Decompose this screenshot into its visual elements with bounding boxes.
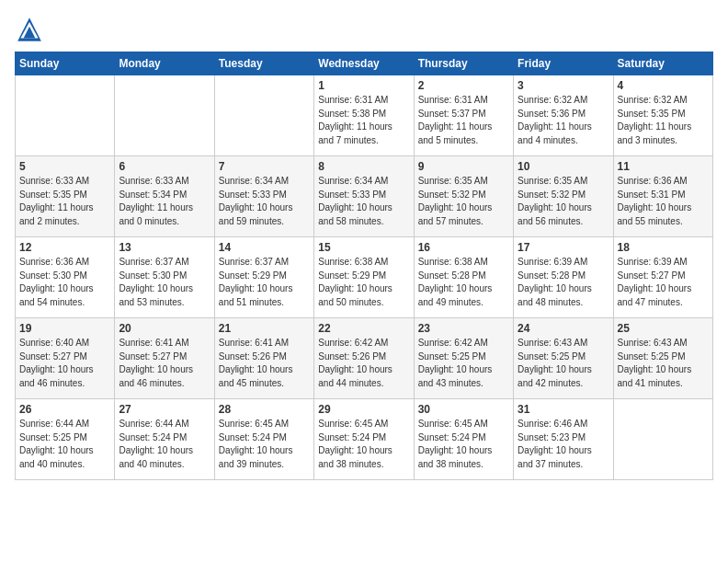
header-cell-thursday: Thursday: [414, 52, 513, 75]
day-number: 13: [119, 241, 210, 254]
day-number: 2: [418, 79, 509, 92]
day-number: 28: [219, 403, 310, 416]
day-info: Sunrise: 6:31 AM Sunset: 5:38 PM Dayligh…: [318, 94, 409, 147]
day-info: Sunrise: 6:34 AM Sunset: 5:33 PM Dayligh…: [219, 175, 310, 228]
day-number: 29: [318, 403, 409, 416]
day-cell: 16Sunrise: 6:38 AM Sunset: 5:28 PM Dayli…: [414, 237, 513, 318]
day-cell: 8Sunrise: 6:34 AM Sunset: 5:33 PM Daylig…: [314, 156, 414, 237]
week-row-1: 5Sunrise: 6:33 AM Sunset: 5:35 PM Daylig…: [16, 156, 713, 237]
day-cell: 27Sunrise: 6:44 AM Sunset: 5:24 PM Dayli…: [115, 399, 214, 480]
header-cell-saturday: Saturday: [613, 52, 712, 75]
day-info: Sunrise: 6:42 AM Sunset: 5:25 PM Dayligh…: [418, 337, 509, 390]
day-number: 21: [219, 322, 310, 335]
week-row-3: 19Sunrise: 6:40 AM Sunset: 5:27 PM Dayli…: [16, 318, 713, 399]
day-number: 5: [19, 160, 110, 173]
day-number: 7: [219, 160, 310, 173]
day-info: Sunrise: 6:44 AM Sunset: 5:24 PM Dayligh…: [119, 418, 210, 471]
day-info: Sunrise: 6:36 AM Sunset: 5:30 PM Dayligh…: [19, 256, 110, 309]
day-info: Sunrise: 6:43 AM Sunset: 5:25 PM Dayligh…: [618, 337, 709, 390]
day-cell: [16, 75, 115, 156]
day-info: Sunrise: 6:40 AM Sunset: 5:27 PM Dayligh…: [19, 337, 110, 390]
day-cell: 18Sunrise: 6:39 AM Sunset: 5:27 PM Dayli…: [613, 237, 712, 318]
day-info: Sunrise: 6:39 AM Sunset: 5:27 PM Dayligh…: [618, 256, 709, 309]
day-cell: 21Sunrise: 6:41 AM Sunset: 5:26 PM Dayli…: [214, 318, 313, 399]
day-info: Sunrise: 6:38 AM Sunset: 5:29 PM Dayligh…: [318, 256, 409, 309]
day-cell: 25Sunrise: 6:43 AM Sunset: 5:25 PM Dayli…: [613, 318, 712, 399]
day-cell: 24Sunrise: 6:43 AM Sunset: 5:25 PM Dayli…: [514, 318, 613, 399]
day-info: Sunrise: 6:42 AM Sunset: 5:26 PM Dayligh…: [318, 337, 409, 390]
day-number: 19: [19, 322, 110, 335]
day-number: 9: [418, 160, 509, 173]
day-cell: 17Sunrise: 6:39 AM Sunset: 5:28 PM Dayli…: [514, 237, 613, 318]
header-row: SundayMondayTuesdayWednesdayThursdayFrid…: [16, 52, 713, 75]
day-cell: 7Sunrise: 6:34 AM Sunset: 5:33 PM Daylig…: [214, 156, 313, 237]
day-cell: 3Sunrise: 6:32 AM Sunset: 5:36 PM Daylig…: [514, 75, 613, 156]
page-header: [15, 15, 713, 44]
day-number: 20: [119, 322, 210, 335]
day-number: 24: [518, 322, 609, 335]
day-number: 30: [418, 403, 509, 416]
day-cell: 26Sunrise: 6:44 AM Sunset: 5:25 PM Dayli…: [16, 399, 115, 480]
day-cell: 29Sunrise: 6:45 AM Sunset: 5:24 PM Dayli…: [314, 399, 414, 480]
day-info: Sunrise: 6:35 AM Sunset: 5:32 PM Dayligh…: [518, 175, 609, 228]
calendar-table: SundayMondayTuesdayWednesdayThursdayFrid…: [15, 52, 713, 480]
day-number: 1: [318, 79, 409, 92]
calendar-body: 1Sunrise: 6:31 AM Sunset: 5:38 PM Daylig…: [16, 75, 713, 480]
day-number: 26: [19, 403, 110, 416]
day-cell: 15Sunrise: 6:38 AM Sunset: 5:29 PM Dayli…: [314, 237, 414, 318]
day-number: 31: [518, 403, 609, 416]
day-info: Sunrise: 6:45 AM Sunset: 5:24 PM Dayligh…: [219, 418, 310, 471]
week-row-0: 1Sunrise: 6:31 AM Sunset: 5:38 PM Daylig…: [16, 75, 713, 156]
day-number: 27: [119, 403, 210, 416]
header-cell-wednesday: Wednesday: [314, 52, 414, 75]
day-info: Sunrise: 6:31 AM Sunset: 5:37 PM Dayligh…: [418, 94, 509, 147]
day-cell: 31Sunrise: 6:46 AM Sunset: 5:23 PM Dayli…: [514, 399, 613, 480]
day-cell: [214, 75, 313, 156]
day-cell: [115, 75, 214, 156]
day-cell: 23Sunrise: 6:42 AM Sunset: 5:25 PM Dayli…: [414, 318, 513, 399]
day-cell: 4Sunrise: 6:32 AM Sunset: 5:35 PM Daylig…: [613, 75, 712, 156]
day-info: Sunrise: 6:33 AM Sunset: 5:34 PM Dayligh…: [119, 175, 210, 228]
day-info: Sunrise: 6:43 AM Sunset: 5:25 PM Dayligh…: [518, 337, 609, 390]
day-number: 16: [418, 241, 509, 254]
day-number: 3: [518, 79, 609, 92]
day-info: Sunrise: 6:44 AM Sunset: 5:25 PM Dayligh…: [19, 418, 110, 471]
day-cell: 11Sunrise: 6:36 AM Sunset: 5:31 PM Dayli…: [613, 156, 712, 237]
day-cell: 22Sunrise: 6:42 AM Sunset: 5:26 PM Dayli…: [314, 318, 414, 399]
day-info: Sunrise: 6:38 AM Sunset: 5:28 PM Dayligh…: [418, 256, 509, 309]
calendar-header: SundayMondayTuesdayWednesdayThursdayFrid…: [16, 52, 713, 75]
day-number: 10: [518, 160, 609, 173]
day-number: 4: [618, 79, 709, 92]
day-cell: 13Sunrise: 6:37 AM Sunset: 5:30 PM Dayli…: [115, 237, 214, 318]
day-number: 18: [618, 241, 709, 254]
header-cell-tuesday: Tuesday: [214, 52, 313, 75]
day-number: 6: [119, 160, 210, 173]
day-info: Sunrise: 6:36 AM Sunset: 5:31 PM Dayligh…: [618, 175, 709, 228]
day-info: Sunrise: 6:33 AM Sunset: 5:35 PM Dayligh…: [19, 175, 110, 228]
day-cell: 2Sunrise: 6:31 AM Sunset: 5:37 PM Daylig…: [414, 75, 513, 156]
header-cell-friday: Friday: [514, 52, 613, 75]
day-number: 11: [618, 160, 709, 173]
day-cell: 20Sunrise: 6:41 AM Sunset: 5:27 PM Dayli…: [115, 318, 214, 399]
day-number: 25: [618, 322, 709, 335]
day-cell: 12Sunrise: 6:36 AM Sunset: 5:30 PM Dayli…: [16, 237, 115, 318]
header-cell-monday: Monday: [115, 52, 214, 75]
day-info: Sunrise: 6:37 AM Sunset: 5:29 PM Dayligh…: [219, 256, 310, 309]
day-number: 8: [318, 160, 409, 173]
day-cell: 19Sunrise: 6:40 AM Sunset: 5:27 PM Dayli…: [16, 318, 115, 399]
day-info: Sunrise: 6:46 AM Sunset: 5:23 PM Dayligh…: [518, 418, 609, 471]
week-row-2: 12Sunrise: 6:36 AM Sunset: 5:30 PM Dayli…: [16, 237, 713, 318]
day-cell: 9Sunrise: 6:35 AM Sunset: 5:32 PM Daylig…: [414, 156, 513, 237]
day-number: 22: [318, 322, 409, 335]
day-info: Sunrise: 6:37 AM Sunset: 5:30 PM Dayligh…: [119, 256, 210, 309]
day-cell: 28Sunrise: 6:45 AM Sunset: 5:24 PM Dayli…: [214, 399, 313, 480]
day-cell: 30Sunrise: 6:45 AM Sunset: 5:24 PM Dayli…: [414, 399, 513, 480]
day-cell: 6Sunrise: 6:33 AM Sunset: 5:34 PM Daylig…: [115, 156, 214, 237]
day-info: Sunrise: 6:32 AM Sunset: 5:35 PM Dayligh…: [618, 94, 709, 147]
day-info: Sunrise: 6:45 AM Sunset: 5:24 PM Dayligh…: [418, 418, 509, 471]
day-number: 12: [19, 241, 110, 254]
day-info: Sunrise: 6:41 AM Sunset: 5:27 PM Dayligh…: [119, 337, 210, 390]
day-number: 17: [518, 241, 609, 254]
day-cell: 5Sunrise: 6:33 AM Sunset: 5:35 PM Daylig…: [16, 156, 115, 237]
day-number: 14: [219, 241, 310, 254]
